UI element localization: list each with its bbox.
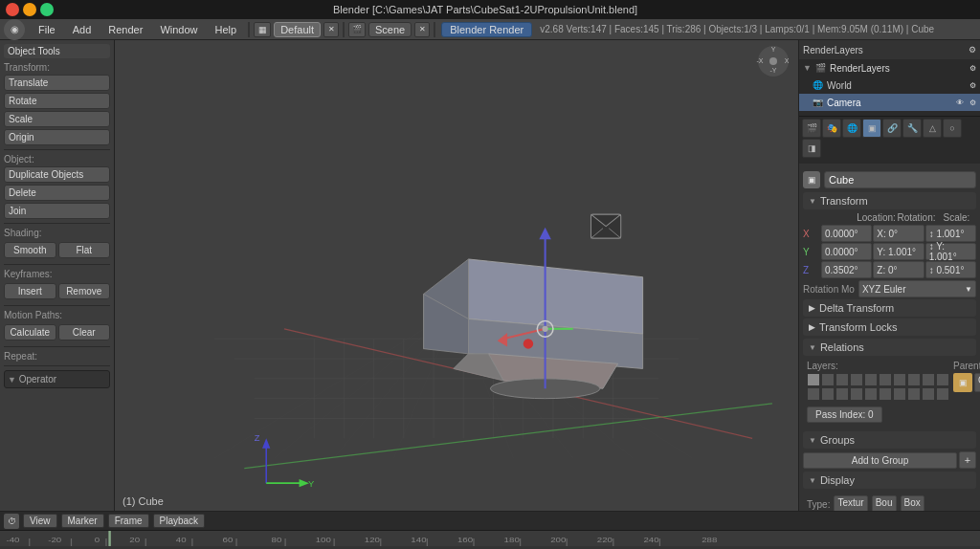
menu-render[interactable]: Render <box>100 22 150 37</box>
screen-layout[interactable]: Default <box>274 22 321 37</box>
timeline-frame-btn[interactable]: Frame <box>108 514 149 528</box>
prop-render-tab[interactable]: 🎬 <box>802 119 821 138</box>
timeline-playback-btn[interactable]: Playback <box>153 514 206 528</box>
rot-z-field[interactable]: Z: 0° <box>873 261 924 278</box>
outline-icon-btn[interactable]: ⚙ <box>969 45 976 55</box>
pass-index-btn[interactable]: Pass Index: 0 <box>807 406 882 423</box>
object-name-field[interactable] <box>824 171 976 188</box>
camera-settings[interactable]: ⚙ <box>969 99 976 107</box>
timeline-icon[interactable]: ⏱ <box>4 514 19 529</box>
translate-btn[interactable]: Translate <box>4 75 110 91</box>
insert-btn[interactable]: Insert <box>4 283 56 299</box>
groups-section-header[interactable]: ▼ Groups <box>803 431 976 449</box>
layer-6[interactable] <box>879 373 892 386</box>
add-group-plus[interactable]: + <box>959 451 976 469</box>
renderlayers-settings[interactable]: ⚙ <box>969 64 976 73</box>
add-group-btn[interactable]: Add to Group <box>803 452 957 469</box>
svg-text:40: 40 <box>176 536 187 544</box>
rot-x-field[interactable]: X: 0° <box>873 225 924 242</box>
scene-selector[interactable]: Scene <box>368 22 412 37</box>
world-settings[interactable]: ⚙ <box>969 81 976 90</box>
layer-15[interactable] <box>864 387 878 401</box>
close-scene-btn[interactable]: ✕ <box>414 22 430 37</box>
bou-select[interactable]: Bou <box>872 495 897 511</box>
rot-y-field[interactable]: Y: 1.001° <box>873 243 924 260</box>
layer-5[interactable] <box>864 373 878 386</box>
remove-btn[interactable]: Remove <box>58 283 111 299</box>
prop-modifier-tab[interactable]: 🔧 <box>902 119 922 138</box>
layer-13[interactable] <box>835 387 849 401</box>
layer-10[interactable] <box>936 373 949 386</box>
scale-z-field[interactable]: ↕ 0.501° <box>925 261 976 278</box>
maximize-button[interactable] <box>40 3 54 16</box>
prop-texture-tab[interactable]: ◨ <box>802 139 821 158</box>
minimize-button[interactable] <box>23 3 36 16</box>
prop-data-tab[interactable]: △ <box>923 119 942 138</box>
duplicate-objects-btn[interactable]: Duplicate Objects <box>4 166 110 183</box>
layer-1[interactable] <box>807 373 820 386</box>
delete-btn[interactable]: Delete <box>4 185 110 201</box>
close-layout-btn[interactable]: ✕ <box>323 22 339 37</box>
layer-2[interactable] <box>821 373 835 386</box>
type-select[interactable]: Textur <box>834 495 867 511</box>
menu-window[interactable]: Window <box>152 22 205 37</box>
scale-y-field[interactable]: ↕ Y: 1.001° <box>925 243 976 260</box>
outline-item-camera[interactable]: 📷 Camera 👁 ⚙ <box>799 94 980 111</box>
join-btn[interactable]: Join <box>4 203 110 219</box>
layer-17[interactable] <box>893 387 906 401</box>
prop-material-tab[interactable]: ○ <box>943 119 962 138</box>
loc-z-field[interactable]: 0.3502° <box>821 261 872 278</box>
layer-16[interactable] <box>879 387 892 401</box>
svg-text:-40: -40 <box>6 536 19 544</box>
close-button[interactable] <box>6 3 19 16</box>
titlebar: Blender [C:\Games\JAT Parts\CubeSat1-2UP… <box>0 0 980 19</box>
camera-icon: 📷 <box>813 98 823 107</box>
prop-scene-tab[interactable]: 🎭 <box>822 119 841 138</box>
prop-world-tab[interactable]: 🌐 <box>842 119 861 138</box>
menu-file[interactable]: File <box>31 22 63 37</box>
delta-label: Delta Transform <box>819 302 894 314</box>
layer-12[interactable] <box>821 387 835 401</box>
layer-7[interactable] <box>893 373 906 386</box>
menu-help[interactable]: Help <box>208 22 245 37</box>
layer-19[interactable] <box>922 387 935 401</box>
clear-btn[interactable]: Clear <box>58 324 111 340</box>
scale-btn[interactable]: Scale <box>4 111 110 127</box>
viewport[interactable]: User Persp <box>115 40 798 511</box>
layer-4[interactable] <box>850 373 863 386</box>
smooth-btn[interactable]: Smooth <box>4 242 56 258</box>
delta-transform-section[interactable]: ▶ Delta Transform <box>803 299 976 317</box>
relations-section-header[interactable]: ▼ Relations <box>803 339 976 356</box>
layer-9[interactable] <box>922 373 935 386</box>
prop-object-tab[interactable]: ▣ <box>862 119 881 138</box>
svg-rect-57 <box>4 531 976 546</box>
layer-3[interactable] <box>835 373 849 386</box>
timeline-marker-btn[interactable]: Marker <box>61 514 104 528</box>
box-select[interactable]: Box <box>901 495 924 511</box>
loc-x-field[interactable]: 0.0000° <box>821 225 872 242</box>
origin-btn[interactable]: Origin <box>4 129 110 145</box>
transform-section-header[interactable]: ▼ Transform <box>803 192 976 209</box>
rotate-btn[interactable]: Rotate <box>4 93 110 109</box>
outline-item-world[interactable]: 🌐 World ⚙ <box>799 77 980 94</box>
layer-18[interactable] <box>907 387 921 401</box>
transform-locks-section[interactable]: ▶ Transform Locks <box>803 318 976 336</box>
camera-eye-icon[interactable]: 👁 <box>956 99 964 107</box>
render-engine[interactable]: Blender Render <box>441 22 532 37</box>
menu-add[interactable]: Add <box>65 22 100 37</box>
outline-item-renderlayers[interactable]: ▼ 🎬 RenderLayers ⚙ <box>799 59 980 77</box>
prop-constraint-tab[interactable]: 🔗 <box>882 119 902 138</box>
parent-select[interactable]: Object <box>974 373 980 392</box>
flat-btn[interactable]: Flat <box>58 242 111 258</box>
scale-x-field[interactable]: ↕ 1.001° <box>925 225 976 242</box>
timeline-view-btn[interactable]: View <box>23 514 57 528</box>
display-section-header[interactable]: ▼ Display <box>803 472 976 489</box>
layer-14[interactable] <box>850 387 863 401</box>
rot-mode-select[interactable]: XYZ Euler ▼ <box>858 280 976 297</box>
layer-20[interactable] <box>936 387 949 401</box>
divider-1 <box>4 149 110 150</box>
calculate-btn[interactable]: Calculate <box>4 324 56 340</box>
layer-8[interactable] <box>907 373 921 386</box>
loc-y-field[interactable]: 0.0000° <box>821 243 872 260</box>
layer-11[interactable] <box>807 387 820 401</box>
